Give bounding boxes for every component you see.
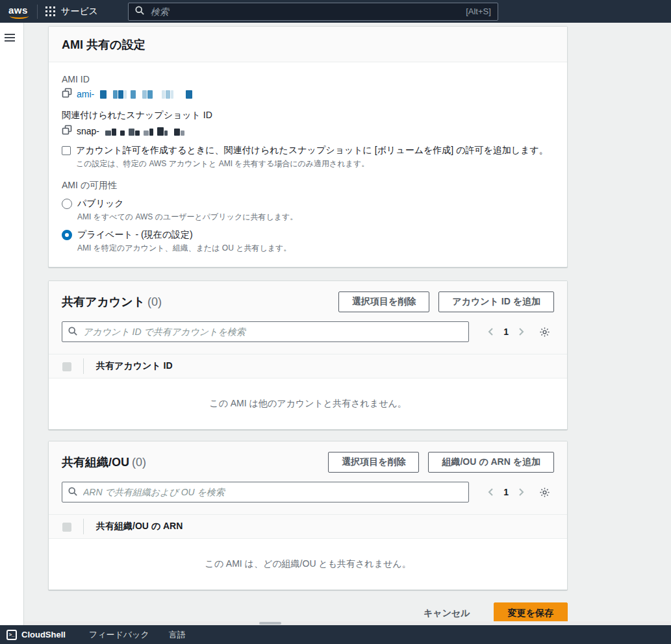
add-account-id-button[interactable]: アカウント ID を追加 xyxy=(438,291,554,312)
accounts-empty-message: この AMI は他のアカウントと共有されません。 xyxy=(49,378,567,429)
chevron-left-icon xyxy=(487,488,495,497)
select-all-checkbox xyxy=(62,362,71,371)
pagination: 1 xyxy=(487,487,525,497)
shared-orgs-title: 共有組織/OU(0) xyxy=(62,454,319,470)
chevron-right-icon xyxy=(517,327,525,336)
apps-grid-icon xyxy=(45,6,55,16)
services-label: サービス xyxy=(61,6,98,18)
cloudshell-terminal-icon: >_ xyxy=(6,630,17,640)
orgs-empty-message: この AMI は、どの組織/OU とも共有されません。 xyxy=(49,539,567,589)
copy-icon[interactable] xyxy=(62,88,72,100)
scrollbar-thumb[interactable] xyxy=(259,622,281,625)
services-menu[interactable]: サービス xyxy=(45,6,98,18)
accounts-search-box xyxy=(62,321,469,342)
snapshot-id-label: 関連付けられたスナップショット ID xyxy=(62,110,554,121)
orgs-column-header: 共有組織/OU の ARN xyxy=(96,521,183,532)
redacted-ami-id xyxy=(100,90,193,99)
current-page-number: 1 xyxy=(503,487,509,497)
shared-accounts-count: (0) xyxy=(147,295,162,308)
cancel-button[interactable]: キャンセル xyxy=(420,607,474,620)
page-title: AMI 共有の設定 xyxy=(62,37,554,53)
feedback-button[interactable]: フィードバック xyxy=(89,629,149,641)
private-radio[interactable] xyxy=(62,230,72,240)
menu-hamburger-icon[interactable] xyxy=(5,34,15,42)
search-icon xyxy=(68,487,77,498)
top-navigation-bar: aws サービス [Alt+S] xyxy=(0,0,671,23)
select-all-checkbox xyxy=(62,523,71,532)
delete-selected-button[interactable]: 選択項目を削除 xyxy=(338,291,429,312)
nav-divider xyxy=(37,5,38,19)
redacted-snapshot-id xyxy=(105,127,185,136)
search-shortcut-hint: [Alt+S] xyxy=(466,6,491,16)
chevron-right-icon xyxy=(517,488,525,497)
add-org-arn-button[interactable]: 組織/OU の ARN を追加 xyxy=(428,452,554,473)
public-radio[interactable] xyxy=(62,199,72,209)
volume-permission-checkbox[interactable] xyxy=(62,146,71,155)
shared-orgs-count: (0) xyxy=(132,456,146,469)
collapsed-sidebar xyxy=(0,23,24,625)
current-page-number: 1 xyxy=(503,327,509,337)
accounts-search-input[interactable] xyxy=(82,326,462,338)
language-button[interactable]: 言語 xyxy=(169,629,186,641)
cloudshell-button[interactable]: >_ CloudShell xyxy=(6,630,66,640)
orgs-search-box xyxy=(62,482,469,502)
orgs-table-header: 共有組織/OU の ARN xyxy=(49,514,567,539)
column-divider xyxy=(83,358,84,374)
public-radio-description: AMI をすべての AWS のユーザーとパブリックに共有します。 xyxy=(77,212,554,223)
volume-permission-label: アカウント許可を作成するときに、関連付けられたスナップショットに [ボリュームを… xyxy=(76,145,548,156)
volume-permission-description: この設定は、特定の AWS アカウントと AMI を共有する場合にのみ適用されま… xyxy=(76,158,554,169)
accounts-column-header: 共有アカウント ID xyxy=(96,360,173,372)
search-icon xyxy=(135,6,144,17)
search-icon xyxy=(68,327,77,338)
public-radio-label: パブリック xyxy=(77,198,124,210)
column-divider xyxy=(83,519,84,534)
private-radio-label: プライベート - (現在の設定) xyxy=(77,229,193,241)
accounts-table-header: 共有アカウント ID xyxy=(49,354,567,378)
delete-selected-button[interactable]: 選択項目を削除 xyxy=(328,452,419,473)
snapshot-id-text: snap- xyxy=(77,126,99,136)
table-settings-gear-icon[interactable] xyxy=(539,487,550,498)
ami-id-label: AMI ID xyxy=(62,74,554,84)
chevron-left-icon xyxy=(487,327,495,336)
ami-id-link[interactable]: ami- xyxy=(77,89,94,99)
shared-orgs-card: 共有組織/OU(0) 選択項目を削除 組織/OU の ARN を追加 xyxy=(48,441,568,590)
shared-accounts-card: 共有アカウント(0) 選択項目を削除 アカウント ID を追加 xyxy=(48,280,568,430)
shared-accounts-title: 共有アカウント(0) xyxy=(62,294,329,310)
availability-label: AMI の可用性 xyxy=(62,180,554,192)
footer-bar: >_ CloudShell フィードバック 言語 xyxy=(0,625,671,644)
pagination: 1 xyxy=(487,327,525,337)
ami-sharing-settings-card: AMI 共有の設定 AMI ID ami- 関連付けられた xyxy=(48,26,568,267)
aws-logo[interactable]: aws xyxy=(8,5,28,16)
global-search-box: [Alt+S] xyxy=(128,3,498,21)
global-search-input[interactable] xyxy=(149,6,461,18)
card-header: AMI 共有の設定 xyxy=(49,27,567,62)
content-area: AMI 共有の設定 AMI ID ami- 関連付けられた xyxy=(24,23,671,625)
private-radio-description: AMI を特定のアカウント、組織、または OU と共有します。 xyxy=(77,243,554,254)
orgs-search-input[interactable] xyxy=(82,486,462,498)
copy-icon[interactable] xyxy=(62,125,72,137)
table-settings-gear-icon[interactable] xyxy=(539,327,550,338)
